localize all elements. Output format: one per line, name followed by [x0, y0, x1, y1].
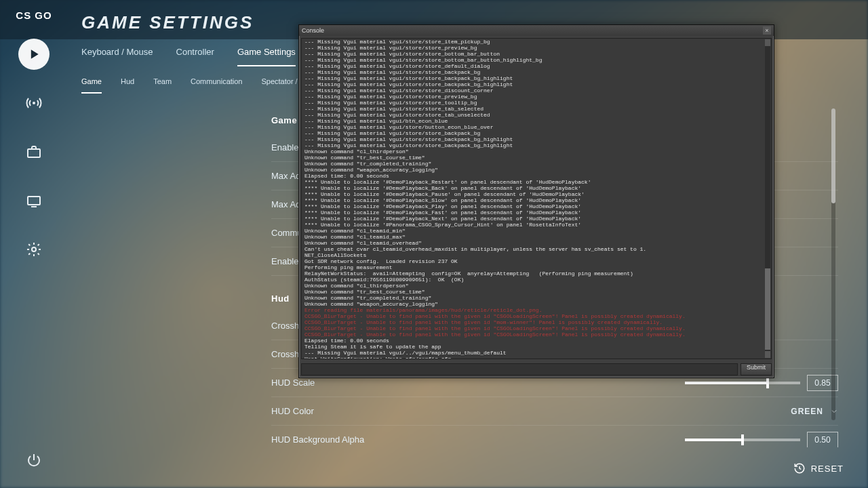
broadcast-icon	[26, 95, 42, 111]
tab-keyboard-mouse[interactable]: Keyboard / Mouse	[81, 47, 153, 66]
svg-rect-1	[28, 149, 40, 157]
svg-point-3	[32, 247, 36, 251]
tab-game-settings[interactable]: Game Settings	[237, 47, 296, 66]
console-text: --- Missing Vgui material vgui/store/sto…	[304, 39, 766, 359]
subtab-game[interactable]: Game	[81, 77, 102, 94]
developer-console: Console × --- Missing Vgui material vgui…	[298, 24, 774, 378]
history-icon	[793, 462, 806, 474]
setting-row-hud-bg-alpha[interactable]: HUD Background Alpha 0.50	[271, 426, 838, 447]
tab-controller[interactable]: Controller	[176, 47, 214, 66]
left-nav-rail: CS GO	[0, 0, 68, 488]
hud-bg-alpha-value: 0.50	[807, 432, 838, 448]
gear-icon	[26, 241, 42, 258]
subtab-hud[interactable]: Hud	[121, 77, 134, 94]
settings-scrollbar[interactable]	[831, 108, 835, 420]
console-submit-button[interactable]: Submit	[741, 363, 772, 375]
play-button[interactable]	[18, 39, 50, 70]
console-scrollbar[interactable]	[765, 39, 770, 358]
reset-button[interactable]: RESET	[793, 462, 844, 474]
settings-button[interactable]	[18, 234, 50, 265]
power-button[interactable]	[18, 445, 50, 476]
power-icon	[26, 452, 42, 468]
console-input[interactable]	[301, 363, 738, 375]
tv-icon	[26, 192, 42, 209]
play-icon	[27, 47, 41, 61]
svg-rect-2	[28, 197, 40, 205]
subtab-communication[interactable]: Communication	[191, 77, 242, 94]
console-output[interactable]: --- Missing Vgui material vgui/store/sto…	[301, 38, 772, 359]
console-close-button[interactable]: ×	[763, 26, 771, 35]
setting-row-hud-color[interactable]: HUD Color GREEN	[271, 397, 838, 426]
inventory-button[interactable]	[18, 136, 50, 167]
svg-point-0	[33, 102, 35, 104]
broadcast-button[interactable]	[18, 87, 50, 119]
game-logo: CS GO	[16, 9, 52, 21]
watch-button[interactable]	[18, 185, 50, 216]
subtab-team[interactable]: Team	[153, 77, 172, 94]
hud-scale-slider[interactable]	[685, 382, 800, 384]
hud-bg-alpha-slider[interactable]	[685, 439, 800, 441]
console-titlebar[interactable]: Console ×	[299, 25, 774, 36]
briefcase-icon	[26, 144, 42, 160]
